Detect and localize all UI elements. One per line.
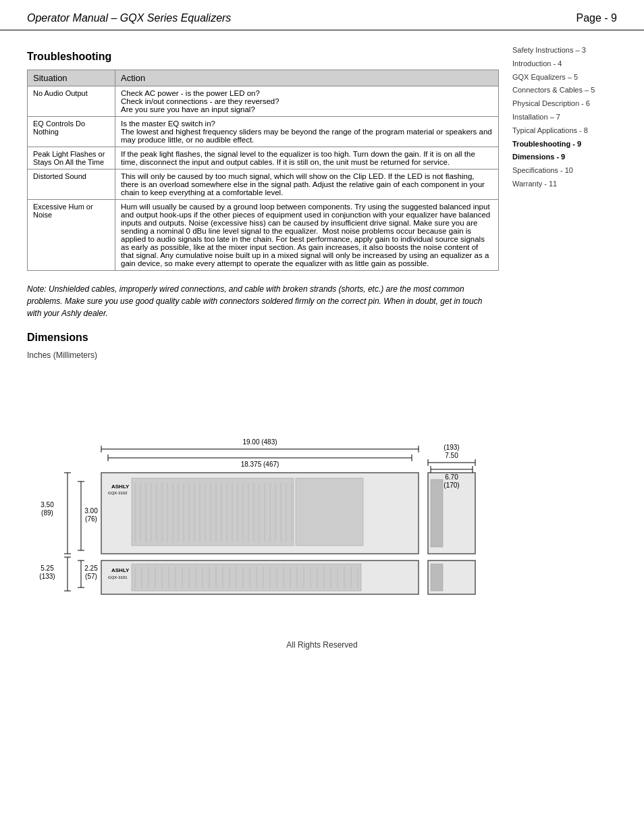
- unit-sublabel-bottom: GQX-3101: [108, 575, 128, 579]
- sidebar-item[interactable]: Warranty - 11: [512, 178, 617, 191]
- dimensions-diagram: 3.50 (89) 3.00 (76) 5.25 (133): [27, 368, 486, 598]
- width-19-00: 19.00 (483): [242, 438, 277, 446]
- dimensions-subtitle: Inches (Millimeters): [27, 350, 499, 360]
- table-row: Distorted SoundThis will only be caused …: [28, 170, 499, 200]
- sidebar-item[interactable]: Installation – 7: [512, 111, 617, 124]
- height-57: (57): [85, 573, 97, 580]
- content-area: Troubleshooting Situation Action No Audi…: [27, 44, 499, 600]
- height-3-00: 3.00: [84, 507, 98, 515]
- height-76: (76): [85, 515, 97, 523]
- sidebar-item[interactable]: Dimensions - 9: [512, 151, 617, 164]
- sidebar-item[interactable]: Safety Instructions – 3: [512, 44, 617, 57]
- situation-cell: No Audio Output: [28, 86, 115, 117]
- action-cell: Is the master EQ switch in? The lowest a…: [115, 117, 499, 147]
- page-header: Operator Manual – GQX Series Equalizers …: [0, 0, 644, 30]
- action-cell: If the peak light flashes, the signal le…: [115, 147, 499, 170]
- sidebar: Safety Instructions – 3Introduction - 4G…: [512, 44, 617, 600]
- side-width-193: (193): [444, 444, 459, 451]
- troubleshoot-table: Situation Action No Audio OutputCheck AC…: [27, 70, 499, 271]
- table-row: EQ Controls Do NothingIs the master EQ s…: [28, 117, 499, 147]
- height-3-50: 3.50: [41, 501, 54, 509]
- sidebar-item[interactable]: Typical Applications - 8: [512, 124, 617, 138]
- situation-cell: EQ Controls Do Nothing: [28, 117, 115, 147]
- page-container: Operator Manual – GQX Series Equalizers …: [0, 0, 644, 834]
- height-5-25: 5.25: [41, 565, 54, 572]
- situation-cell: Peak Light Flashes or Stays On All the T…: [28, 147, 115, 170]
- troubleshooting-title: Troubleshooting: [27, 51, 499, 63]
- header-page: Page - 9: [576, 12, 617, 24]
- table-row: Peak Light Flashes or Stays On All the T…: [28, 147, 499, 170]
- sidebar-item[interactable]: Specifications - 10: [512, 164, 617, 178]
- side-width-7-50: 7.50: [445, 452, 458, 459]
- side-width-6-70: 6.70: [445, 473, 458, 481]
- sidebar-item[interactable]: Physical Description - 6: [512, 97, 617, 111]
- situation-cell: Distorted Sound: [28, 170, 115, 200]
- col-action: Action: [115, 70, 499, 86]
- action-cell: This will only be caused by too much sig…: [115, 170, 499, 200]
- dimensions-title: Dimensions: [27, 332, 499, 344]
- header-title: Operator Manual – GQX Series Equalizers: [27, 12, 231, 24]
- unit-label-top: ASHLY: [111, 484, 130, 490]
- note-text: Note: Unshielded cables, improperly wire…: [27, 283, 499, 319]
- unit-label-bottom: ASHLY: [111, 567, 130, 573]
- table-row: Excessive Hum or NoiseHum will usually b…: [28, 200, 499, 271]
- svg-rect-52: [431, 479, 443, 547]
- action-cell: Hum will usually be caused by a ground l…: [115, 200, 499, 271]
- troubleshooting-section: Troubleshooting Situation Action No Audi…: [27, 51, 499, 271]
- footer-text: All Rights Reserved: [286, 640, 357, 650]
- side-width-170: (170): [444, 481, 459, 489]
- svg-rect-19: [132, 478, 294, 546]
- sidebar-item[interactable]: GQX Equalizers – 5: [512, 71, 617, 84]
- col-situation: Situation: [28, 70, 115, 86]
- height-89: (89): [41, 509, 53, 517]
- svg-rect-96: [431, 564, 443, 591]
- sidebar-item[interactable]: Connectors & Cables – 5: [512, 84, 617, 97]
- height-2-25: 2.25: [84, 565, 98, 572]
- dimensions-section: Dimensions Inches (Millimeters) 3.50 (89…: [27, 332, 499, 600]
- table-row: No Audio OutputCheck AC power - is the p…: [28, 86, 499, 117]
- footer: All Rights Reserved: [0, 627, 644, 663]
- sidebar-item[interactable]: Troubleshooting - 9: [512, 138, 617, 151]
- svg-rect-20: [296, 478, 363, 546]
- width-18-375: 18.375 (467): [241, 461, 279, 468]
- svg-rect-60: [132, 564, 361, 591]
- action-cell: Check AC power - is the power LED on? Ch…: [115, 86, 499, 117]
- height-133: (133): [39, 573, 55, 580]
- unit-sublabel-top: GQX-3102: [108, 491, 128, 495]
- main-layout: Troubleshooting Situation Action No Audi…: [0, 30, 644, 613]
- situation-cell: Excessive Hum or Noise: [28, 200, 115, 271]
- sidebar-item[interactable]: Introduction - 4: [512, 57, 617, 71]
